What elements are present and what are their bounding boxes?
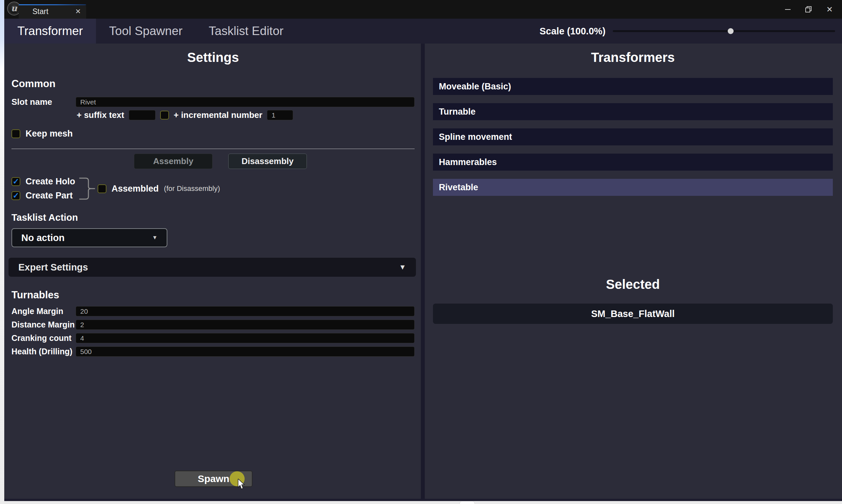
restore-icon[interactable] (804, 5, 813, 14)
nav-tab-tool-spawner[interactable]: Tool Spawner (96, 19, 196, 43)
transformers-panel: Transformers Moveable (Basic) Turnable S… (425, 43, 842, 499)
window-controls: ✕ (783, 0, 842, 19)
suffix-text-label: + suffix text (77, 110, 124, 120)
cursor-icon (237, 479, 247, 490)
minimize-icon[interactable] (783, 5, 792, 14)
transformers-title: Transformers (433, 50, 833, 65)
divider (12, 149, 415, 149)
transformer-item-spline[interactable]: Spline movement (433, 128, 833, 145)
cranking-count-label: Cranking count (12, 334, 76, 343)
slot-name-input[interactable]: Rivet (76, 97, 415, 107)
expert-settings-header[interactable]: Expert Settings ▼ (8, 258, 416, 277)
turnables-heading: Turnables (12, 289, 415, 301)
assembly-button[interactable]: Assembly (134, 154, 213, 169)
tasklist-action-value: No action (21, 233, 65, 243)
collapse-arrow-icon: ▼ (399, 263, 406, 271)
angle-margin-input[interactable]: 20 (76, 306, 415, 316)
incremental-number-label: + incremental number (174, 110, 262, 120)
keep-mesh-checkbox[interactable] (12, 129, 20, 138)
common-heading: Common (12, 78, 415, 90)
settings-panel: Settings Common Slot name Rivet + suffix… (4, 43, 421, 499)
tab-close-icon[interactable]: ✕ (75, 7, 81, 15)
bracket-connector (78, 175, 96, 202)
health-drilling-label: Health (Drilling) (12, 347, 76, 356)
transformer-list: Moveable (Basic) Turnable Spline movemen… (433, 78, 833, 196)
cranking-count-input[interactable]: 4 (76, 333, 415, 343)
svg-text:u: u (11, 3, 18, 13)
assembled-checkbox[interactable] (97, 184, 106, 193)
scale-slider[interactable] (613, 27, 835, 35)
slot-name-label: Slot name (12, 97, 76, 107)
transformer-item-turnable[interactable]: Turnable (433, 103, 833, 120)
desktop-edge (0, 0, 4, 504)
nav-tab-tasklist-editor[interactable]: Tasklist Editor (196, 19, 297, 43)
expert-settings-label: Expert Settings (18, 262, 88, 273)
nav-tab-transformer[interactable]: Transformer (4, 19, 96, 43)
tasklist-action-heading: Tasklist Action (12, 212, 415, 223)
create-part-checkbox[interactable] (12, 191, 20, 200)
taskbar-peek (460, 501, 475, 504)
assembled-label: Assembled (112, 184, 159, 194)
titlebar: u Start ✕ ✕ (4, 0, 842, 19)
panel-divider (421, 43, 425, 499)
window-bottom-edge (4, 499, 842, 501)
suffix-text-input[interactable] (129, 110, 156, 120)
transformer-item-hammerables[interactable]: Hammerables (433, 154, 833, 170)
selected-item[interactable]: SM_Base_FlatWall (433, 304, 833, 324)
incremental-number-input[interactable]: 1 (267, 110, 293, 120)
health-drilling-input[interactable]: 500 (76, 346, 415, 357)
slot-name-value: Rivet (80, 98, 96, 106)
disassembly-button[interactable]: Disassembly (228, 154, 307, 169)
slider-track[interactable] (613, 30, 835, 32)
incremental-number-checkbox[interactable] (160, 111, 169, 120)
create-holo-label: Create Holo (25, 177, 75, 187)
slider-thumb[interactable] (728, 28, 734, 34)
tab-title: Start (32, 7, 49, 16)
keep-mesh-label: Keep mesh (25, 129, 73, 139)
app-window: u Start ✕ ✕ Transformer Tool Spawner Tas… (4, 0, 842, 501)
selected-heading: Selected (433, 277, 833, 292)
angle-margin-label: Angle Margin (12, 307, 76, 316)
transformer-item-rivetable[interactable]: Rivetable (433, 179, 833, 196)
close-icon[interactable]: ✕ (825, 5, 834, 14)
transformer-item-moveable[interactable]: Moveable (Basic) (433, 78, 833, 95)
selected-item-label: SM_Base_FlatWall (591, 308, 675, 319)
chevron-down-icon: ▼ (152, 234, 158, 241)
navbar: Transformer Tool Spawner Tasklist Editor… (4, 19, 842, 43)
create-part-label: Create Part (25, 191, 73, 201)
tasklist-action-dropdown[interactable]: No action ▼ (12, 228, 167, 247)
settings-title: Settings (12, 50, 415, 65)
scale-label: Scale (100.0%) (539, 26, 606, 37)
tab-start[interactable]: Start ✕ (19, 4, 86, 19)
assembled-note: (for Disassembly) (164, 184, 220, 193)
distance-margin-input[interactable]: 2 (76, 320, 415, 330)
distance-margin-label: Distance Margin (12, 320, 76, 329)
create-holo-checkbox[interactable] (12, 177, 20, 186)
